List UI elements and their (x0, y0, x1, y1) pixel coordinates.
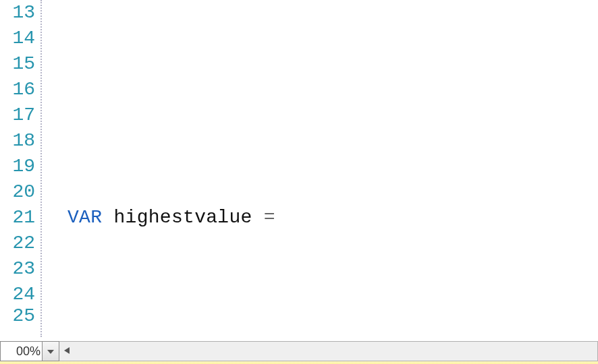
line-number: 18 (0, 128, 40, 154)
ident-highestvalue: highestvalue (113, 207, 252, 228)
code-line[interactable]: VAR highestvalue = (67, 205, 598, 231)
code-editor[interactable]: 13 14 15 16 17 18 19 20 21 22 23 24 25 V… (0, 0, 598, 337)
line-number: 23 (0, 256, 40, 282)
line-number: 24 (0, 282, 40, 307)
code-area[interactable]: VAR highestvalue = MAXX( ALLSELECTED( __… (42, 0, 598, 337)
chevron-down-icon (47, 345, 54, 357)
zoom-level-text: 00% (16, 344, 40, 359)
line-number-gutter: 13 14 15 16 17 18 19 20 21 22 23 24 25 (0, 0, 42, 337)
line-number: 16 (0, 77, 40, 102)
horizontal-scrollbar[interactable] (59, 341, 598, 361)
status-bar: 00% (0, 341, 598, 361)
zoom-level[interactable]: 00% (0, 341, 42, 361)
line-number: 13 (0, 0, 40, 26)
open-paren: ( (113, 335, 125, 337)
scroll-left-button[interactable] (59, 342, 74, 361)
line-number: 20 (0, 179, 40, 205)
code-line[interactable]: MAXX( (67, 333, 598, 337)
line-number: 19 (0, 154, 40, 179)
line-number: 17 (0, 102, 40, 128)
line-number: 22 (0, 231, 40, 256)
line-number: 15 (0, 51, 40, 77)
func-maxx: MAXX (67, 335, 113, 337)
chevron-left-icon (64, 345, 70, 357)
line-number: 14 (0, 26, 40, 51)
bottom-strip (0, 361, 598, 364)
keyword-var: VAR (67, 207, 102, 228)
code-line[interactable] (67, 77, 598, 102)
line-number: 25 (0, 307, 40, 324)
equals-op: = (264, 207, 275, 228)
zoom-dropdown-button[interactable] (42, 341, 59, 361)
line-number: 21 (0, 205, 40, 231)
